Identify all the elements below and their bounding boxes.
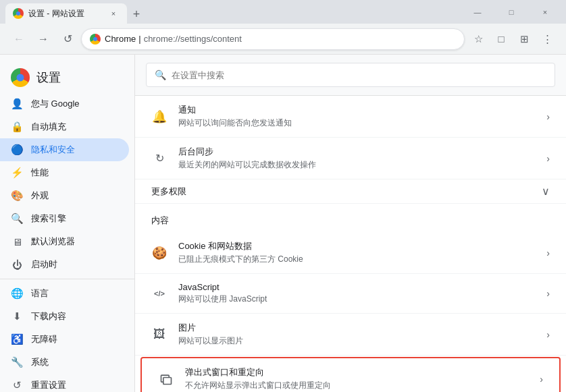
notification-title: 通知 xyxy=(178,104,536,116)
tab-favicon xyxy=(14,9,23,18)
back-button[interactable]: ← xyxy=(8,28,30,50)
popups-icon xyxy=(158,371,174,387)
sidebar-item-downloads[interactable]: ⬇ 下载内容 xyxy=(0,305,129,328)
sidebar: 设置 👤 您与 Google 🔒 自动填充 🔵 隐私和安全 ⚡ 性能 🎨 外观 … xyxy=(0,55,135,392)
sidebar-item-browser[interactable]: 🖥 默认浏览器 xyxy=(0,230,129,253)
sidebar-label-search: 搜索引擎 xyxy=(31,213,66,225)
javascript-icon: </> xyxy=(151,285,168,302)
sidebar-item-language[interactable]: 🌐 语言 xyxy=(0,282,129,305)
sidebar-label-accessibility: 无障碍 xyxy=(31,333,57,345)
sidebar-item-search[interactable]: 🔍 搜索引擎 xyxy=(0,207,129,230)
images-arrow: › xyxy=(546,329,550,340)
sidebar-label-reset: 重置设置 xyxy=(31,379,66,391)
maximize-button[interactable]: □ xyxy=(496,0,527,24)
cookies-subtitle: 已阻止无痕模式下的第三方 Cookie xyxy=(178,254,536,265)
popups-arrow: › xyxy=(540,374,543,385)
sidebar-label-appearance: 外观 xyxy=(31,190,49,202)
downloads-icon: ⬇ xyxy=(11,310,23,323)
cookies-arrow: › xyxy=(546,248,550,258)
reset-icon: ↺ xyxy=(11,379,23,391)
content-scroll: 🔔 通知 网站可以询问能否向您发送通知 › ↻ 后台同步 最近关闭的网站可以完成… xyxy=(135,96,566,392)
sidebar-label-system: 系统 xyxy=(31,356,49,368)
settings-row-javascript[interactable]: </> JavaScript 网站可以使用 JavaScript › xyxy=(135,274,566,314)
extensions-button[interactable]: ⊞ xyxy=(513,28,535,50)
search-bar-wrap: 🔍 xyxy=(135,55,566,96)
tab-title: 设置 - 网站设置 xyxy=(28,8,84,20)
menu-button[interactable]: ⋮ xyxy=(536,28,558,50)
sidebar-item-performance[interactable]: ⚡ 性能 xyxy=(0,161,129,184)
reload-button[interactable]: ↺ xyxy=(57,28,78,50)
address-text: Chrome | chrome://settings/content xyxy=(105,34,242,44)
bg-sync-subtitle: 最近关闭的网站可以完成数据收发操作 xyxy=(178,159,536,171)
sidebar-item-startup[interactable]: ⏻ 启动时 xyxy=(0,253,129,276)
bookmark-button[interactable]: ☆ xyxy=(467,28,489,50)
chrome-logo xyxy=(11,68,30,87)
person-icon: 👤 xyxy=(11,98,23,110)
sidebar-divider xyxy=(0,279,134,279)
main-layout: 设置 👤 您与 Google 🔒 自动填充 🔵 隐私和安全 ⚡ 性能 🎨 外观 … xyxy=(0,55,566,392)
more-permissions-arrow: ∨ xyxy=(542,185,550,198)
more-permissions-label: 更多权限 xyxy=(151,186,186,198)
toolbar-actions: ☆ □ ⊞ ⋮ xyxy=(467,28,558,50)
bg-sync-title: 后台同步 xyxy=(178,146,536,158)
appearance-icon: 🎨 xyxy=(11,190,23,202)
address-separator: | xyxy=(138,34,140,44)
notification-icon: 🔔 xyxy=(151,109,168,125)
sync-icon: ↻ xyxy=(151,150,168,167)
cookies-title: Cookie 和网站数据 xyxy=(178,240,536,252)
active-tab[interactable]: 设置 - 网站设置 × xyxy=(5,3,127,24)
sidebar-label-browser: 默认浏览器 xyxy=(31,235,75,248)
settings-row-notification[interactable]: 🔔 通知 网站可以询问能否向您发送通知 › xyxy=(135,96,566,138)
tab-close-button[interactable]: × xyxy=(108,8,119,19)
search-input[interactable] xyxy=(172,70,546,80)
new-tab-button[interactable]: + xyxy=(127,5,146,24)
address-bar[interactable]: Chrome | chrome://settings/content xyxy=(81,28,465,50)
sidebar-label-google: 您与 Google xyxy=(31,98,80,110)
sidebar-item-accessibility[interactable]: ♿ 无障碍 xyxy=(0,328,129,351)
popups-title: 弹出式窗口和重定向 xyxy=(185,366,529,379)
address-path: chrome://settings/content xyxy=(144,34,242,44)
chrome-favicon xyxy=(13,8,24,19)
privacy-icon: 🔵 xyxy=(11,144,23,156)
content-section-title: 内容 xyxy=(135,204,566,232)
javascript-subtitle: 网站可以使用 JavaScript xyxy=(178,293,536,305)
site-security-icon xyxy=(90,34,101,45)
popups-content: 弹出式窗口和重定向 不允许网站显示弹出式窗口或使用重定向 xyxy=(185,366,529,391)
search-input-container[interactable]: 🔍 xyxy=(146,63,555,87)
images-content: 图片 网站可以显示图片 xyxy=(178,322,536,347)
settings-row-cookies[interactable]: 🍪 Cookie 和网站数据 已阻止无痕模式下的第三方 Cookie › xyxy=(135,232,566,274)
cookies-icon: 🍪 xyxy=(151,245,168,261)
search-icon: 🔍 xyxy=(11,213,23,225)
notification-arrow: › xyxy=(546,111,550,122)
settings-row-bg-sync[interactable]: ↻ 后台同步 最近关闭的网站可以完成数据收发操作 › xyxy=(135,138,566,179)
sidebar-header: 设置 xyxy=(0,55,134,92)
svg-rect-1 xyxy=(163,377,172,384)
sidebar-item-privacy[interactable]: 🔵 隐私和安全 xyxy=(0,138,129,161)
titlebar: 设置 - 网站设置 × + — □ × xyxy=(0,0,566,24)
javascript-title: JavaScript xyxy=(178,282,536,292)
forward-button[interactable]: → xyxy=(32,28,54,50)
settings-row-popups[interactable]: 弹出式窗口和重定向 不允许网站显示弹出式窗口或使用重定向 › xyxy=(140,357,561,392)
address-domain: Chrome xyxy=(105,34,136,44)
sidebar-item-system[interactable]: 🔧 系统 xyxy=(0,351,129,374)
profile-button[interactable]: □ xyxy=(490,28,512,50)
content-area: 🔍 🔔 通知 网站可以询问能否向您发送通知 › ↻ 后台同步 最近关闭的网站可以… xyxy=(135,55,566,392)
sidebar-item-reset[interactable]: ↺ 重置设置 xyxy=(0,374,129,392)
performance-icon: ⚡ xyxy=(11,167,23,179)
images-subtitle: 网站可以显示图片 xyxy=(178,335,536,347)
images-icon: 🖼 xyxy=(151,327,168,343)
sidebar-label-privacy: 隐私和安全 xyxy=(31,144,75,156)
more-permissions-header[interactable]: 更多权限 ∨ xyxy=(135,179,566,204)
popups-subtitle: 不允许网站显示弹出式窗口或使用重定向 xyxy=(185,380,529,391)
minimize-button[interactable]: — xyxy=(462,0,493,24)
sidebar-label-language: 语言 xyxy=(31,287,49,300)
accessibility-icon: ♿ xyxy=(11,333,23,345)
toolbar: ← → ↺ Chrome | chrome://settings/content… xyxy=(0,24,566,55)
sidebar-item-autofill[interactable]: 🔒 自动填充 xyxy=(0,115,129,138)
close-window-button[interactable]: × xyxy=(530,0,561,24)
settings-row-images[interactable]: 🖼 图片 网站可以显示图片 › xyxy=(135,314,566,356)
sidebar-item-appearance[interactable]: 🎨 外观 xyxy=(0,184,129,207)
sidebar-item-google[interactable]: 👤 您与 Google xyxy=(0,92,129,115)
language-icon: 🌐 xyxy=(11,287,23,300)
sidebar-title: 设置 xyxy=(36,69,61,86)
